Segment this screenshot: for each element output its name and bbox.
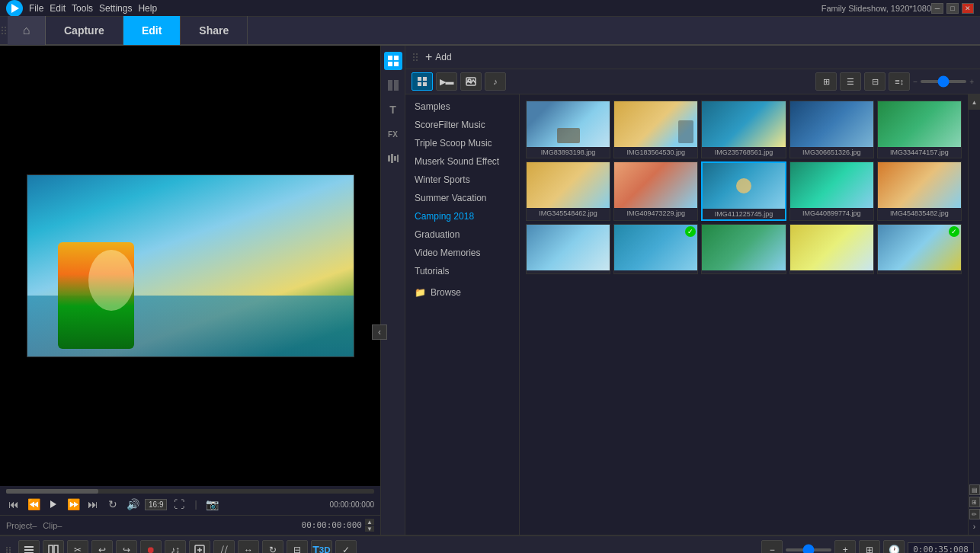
sidebar-item-triplescoop[interactable]: Triple Scoop Music: [405, 134, 519, 152]
transitions-icon[interactable]: [384, 76, 402, 94]
transitions-timeline-button[interactable]: ↔: [238, 540, 259, 554]
undo-button[interactable]: ↩: [91, 540, 113, 554]
home-button[interactable]: ⌂: [8, 16, 46, 45]
media-thumbnail: [702, 101, 785, 147]
media-item[interactable]: ✓: [613, 224, 698, 274]
menu-file[interactable]: File: [29, 3, 43, 14]
menu-settings[interactable]: Settings: [99, 3, 132, 14]
menu-edit[interactable]: Edit: [50, 3, 66, 14]
media-type-music-button[interactable]: ♪: [485, 72, 506, 91]
sidebar-item-graduation[interactable]: Graduation: [405, 225, 519, 244]
view-large-icon-button[interactable]: ⊞: [815, 72, 837, 91]
snapshot-button[interactable]: 📷: [205, 497, 220, 512]
scroll-up-button[interactable]: ▲: [969, 94, 980, 110]
effects-timeline-button[interactable]: ✓: [335, 540, 357, 554]
media-item[interactable]: IMG306651326.jpg: [789, 101, 874, 158]
close-button[interactable]: ✕: [962, 3, 974, 14]
redo-button[interactable]: ↪: [116, 540, 137, 554]
samples-label: Samples: [415, 101, 450, 112]
prev-start-button[interactable]: ⏮: [6, 497, 21, 512]
timecode-spinners[interactable]: ▲ ▼: [365, 519, 374, 532]
fullscreen-button[interactable]: ⛶: [171, 497, 187, 512]
media-item[interactable]: IMG83893198.jpg: [526, 101, 610, 158]
media-type-all-button[interactable]: [412, 72, 433, 91]
next-frame-button[interactable]: ⏩: [66, 497, 81, 512]
storyboard-view-button[interactable]: [43, 540, 64, 554]
zoom-fit-button[interactable]: ⊟: [287, 540, 308, 554]
sidebar-item-summervacation[interactable]: Summer Vacation: [405, 189, 519, 207]
sidebar-item-muserk[interactable]: Muserk Sound Effect: [405, 152, 519, 171]
sidebar-item-scorefilter[interactable]: ScoreFilter Music: [405, 116, 519, 134]
zoom-out-button[interactable]: −: [761, 540, 783, 554]
browse-button[interactable]: 📁 Browse: [405, 283, 519, 302]
volume-button[interactable]: 🔊: [125, 497, 140, 512]
record-button[interactable]: ⏺: [140, 540, 162, 554]
rotate-button[interactable]: ↻: [262, 540, 283, 554]
media-type-photo-button[interactable]: [460, 72, 482, 91]
menu-help[interactable]: Help: [138, 3, 157, 14]
media-item[interactable]: [526, 224, 610, 274]
media-item[interactable]: IMG440899774.jpg: [789, 161, 874, 221]
text-overlay-icon[interactable]: T: [384, 101, 402, 119]
media-scroll-area: ▲ ▤ ⊞ ✏ ›: [968, 94, 980, 535]
fit-timeline-button[interactable]: ⊞: [859, 540, 880, 554]
maximize-button[interactable]: □: [946, 3, 959, 14]
timeline-toolbar: ✂ ↩ ↪ ⏺ ♪↕ ⧸⧸ ↔ ↻ ⊟ T3D ✓ − + ⊞ 🕐 0:00:3…: [0, 536, 980, 553]
nav-edit[interactable]: Edit: [123, 16, 181, 45]
media-item[interactable]: IMG454835482.jpg: [877, 161, 962, 221]
add-media-timeline-button[interactable]: [189, 540, 210, 554]
media-type-video-button[interactable]: ▶▬: [436, 72, 457, 91]
media-item-selected[interactable]: ✓ IMG411225745.jpg: [701, 161, 786, 221]
timeline-zoom-slider[interactable]: [786, 548, 831, 551]
track-view-button[interactable]: [18, 540, 40, 554]
svg-rect-10: [418, 77, 421, 81]
prev-frame-button[interactable]: ⏪: [26, 497, 41, 512]
media-item[interactable]: IMG409473229.jpg: [613, 161, 698, 221]
effects-icon[interactable]: FX: [384, 125, 402, 143]
mix-audio-button[interactable]: ♪↕: [165, 540, 186, 554]
play-button[interactable]: [46, 497, 61, 512]
nav-share[interactable]: Share: [181, 16, 248, 45]
media-item[interactable]: IMG334474157.jpg: [877, 101, 962, 158]
view-list-button[interactable]: ☰: [840, 72, 861, 91]
view-detail-button[interactable]: ⊟: [864, 72, 886, 91]
add-media-button[interactable]: + Add: [425, 50, 452, 64]
zoom-slider[interactable]: [921, 80, 966, 83]
view-scroll-right[interactable]: ›: [969, 521, 980, 532]
media-check-icon: ✓: [949, 226, 959, 237]
view-btn-1[interactable]: ▤: [969, 484, 980, 495]
sidebar-item-samples[interactable]: Samples: [405, 97, 519, 116]
nav-capture[interactable]: Capture: [46, 16, 123, 45]
media-item[interactable]: IMG183564530.jpg: [613, 101, 698, 158]
progress-bar-container[interactable]: [6, 489, 374, 494]
audio-mix-icon[interactable]: [384, 149, 402, 168]
minimize-button[interactable]: ─: [931, 3, 943, 14]
text-timeline-button[interactable]: T3D: [311, 540, 332, 554]
split-button[interactable]: ⧸⧸: [213, 540, 235, 554]
menu-tools[interactable]: Tools: [72, 3, 93, 14]
media-item[interactable]: [701, 224, 786, 274]
media-item[interactable]: IMG235768561.jpg: [701, 101, 786, 158]
cut-button[interactable]: ✂: [67, 540, 88, 554]
media-item[interactable]: [789, 224, 874, 274]
media-item[interactable]: ✓: [877, 224, 962, 274]
sidebar-item-camping2018[interactable]: Camping 2018: [405, 207, 519, 225]
media-library-icon[interactable]: [384, 52, 402, 70]
media-thumbnail: [878, 162, 961, 208]
view-btn-3[interactable]: ✏: [969, 509, 980, 519]
aspect-ratio-button[interactable]: 16:9: [145, 499, 167, 510]
progress-bar: [6, 489, 98, 494]
add-plus-icon: +: [425, 50, 432, 64]
sidebar-item-wintersports[interactable]: Winter Sports: [405, 171, 519, 189]
sort-button[interactable]: ≡↕: [889, 72, 910, 91]
clock-button[interactable]: 🕐: [883, 540, 905, 554]
zoom-in-button[interactable]: +: [834, 540, 856, 554]
sidebar-item-tutorials[interactable]: Tutorials: [405, 262, 519, 280]
view-btn-2[interactable]: ⊞: [969, 497, 980, 507]
loop-button[interactable]: ↻: [105, 497, 120, 512]
media-item[interactable]: IMG345548462.jpg: [526, 161, 610, 221]
svg-rect-6: [388, 155, 390, 161]
sidebar-item-videomemories[interactable]: Video Memories: [405, 244, 519, 262]
title-bar-left: File Edit Tools Settings Help: [6, 0, 157, 17]
next-end-button[interactable]: ⏭: [85, 497, 101, 512]
